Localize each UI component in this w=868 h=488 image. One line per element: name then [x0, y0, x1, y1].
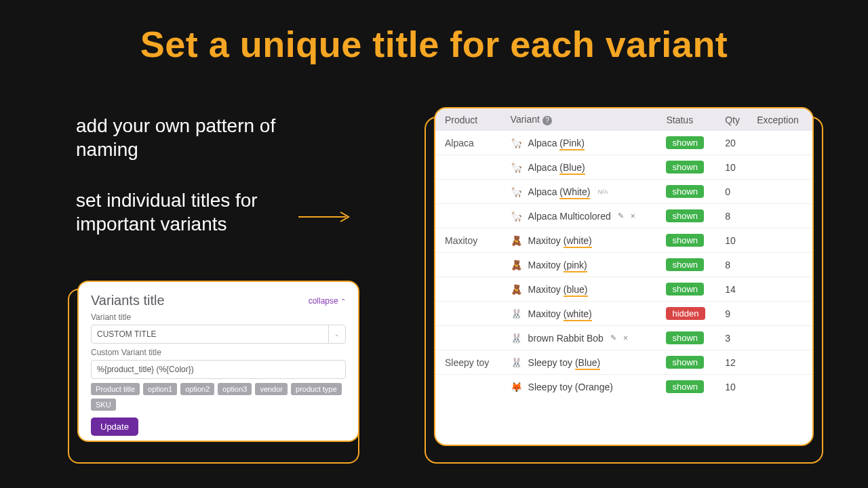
status-badge: shown	[666, 161, 704, 174]
token-tag[interactable]: product type	[291, 383, 342, 395]
variant-thumb-icon: 🦊	[511, 381, 523, 393]
table-row: 🐰brown Rabbit Bob✎×shown3	[435, 326, 812, 350]
custom-variant-input[interactable]: %{product_title} (%{Color})	[91, 360, 346, 379]
variant-title-value: CUSTOM TITLE	[97, 329, 157, 339]
status-cell: shown	[659, 350, 718, 375]
status-badge: shown	[666, 234, 704, 247]
close-icon[interactable]: ×	[631, 211, 635, 221]
na-badge: N/A	[597, 188, 608, 195]
variant-thumb-icon: 🦙	[511, 186, 523, 198]
variant-thumb-icon: 🧸	[511, 283, 523, 296]
col-variant: Variant?	[504, 108, 660, 131]
status-badge: hidden	[666, 307, 705, 320]
product-cell	[435, 253, 504, 277]
variant-cell[interactable]: 🧸Maxitoy (pink)	[504, 253, 660, 277]
table-row: 🦊Sleepy toy (Orange)shown10	[435, 375, 812, 399]
variant-title-label: Variant title	[91, 312, 346, 322]
variant-thumb-icon: 🦙	[511, 210, 523, 222]
exception-cell	[750, 131, 812, 155]
variant-cell[interactable]: 🦙Alpaca (Blue)	[504, 155, 660, 180]
table-row: 🦙Alpaca (White)N/Ashown0	[435, 180, 812, 204]
exception-cell	[750, 302, 812, 326]
collapse-toggle[interactable]: collapse ⌃	[309, 296, 346, 306]
update-button[interactable]: Update	[91, 418, 138, 436]
variant-cell[interactable]: 🐰Maxitoy (white)	[504, 302, 660, 326]
qty-cell: 20	[718, 131, 750, 155]
token-tag[interactable]: vendor	[255, 383, 288, 395]
variant-name: Alpaca (Blue)	[528, 162, 585, 173]
status-cell: shown	[659, 228, 718, 253]
exception-cell	[750, 375, 812, 399]
exception-cell	[750, 350, 812, 375]
status-badge: shown	[666, 258, 704, 271]
variant-cell[interactable]: 🦙Alpaca (Pink)	[504, 131, 660, 155]
status-cell: shown	[659, 253, 718, 277]
close-icon[interactable]: ×	[623, 333, 628, 343]
status-cell: shown	[659, 326, 718, 350]
table-row: 🦙Alpaca Multicolored✎×shown8	[435, 204, 812, 228]
table-row: 🦙Alpaca (Blue)shown10	[435, 155, 812, 180]
variant-thumb-icon: 🦙	[511, 137, 523, 149]
col-status: Status	[659, 108, 718, 131]
col-product: Product	[435, 108, 504, 131]
variant-name: Maxitoy (blue)	[528, 284, 588, 295]
token-tag[interactable]: Product title	[91, 383, 140, 395]
status-badge: shown	[666, 209, 704, 222]
qty-cell: 10	[718, 155, 750, 180]
status-cell: shown	[659, 180, 718, 204]
table-row: 🐰Maxitoy (white)hidden9	[435, 302, 812, 326]
chevron-down-icon: ⌄	[328, 325, 340, 343]
variant-cell[interactable]: 🐰Sleepy toy (Blue)	[504, 350, 660, 375]
qty-cell: 10	[718, 375, 750, 399]
exception-cell	[750, 204, 812, 228]
help-icon[interactable]: ?	[542, 116, 552, 125]
variant-cell[interactable]: 🧸Maxitoy (white)	[504, 228, 660, 253]
variant-cell[interactable]: 🦙Alpaca Multicolored✎×	[504, 204, 660, 228]
variants-title-panel: Variants title collapse ⌃ Variant title …	[77, 281, 359, 442]
chevron-up-icon: ⌃	[340, 298, 346, 305]
product-cell	[435, 277, 504, 302]
panel-title: Variants title	[91, 293, 165, 308]
variants-table-panel: Product Variant? Status Qty Exception Al…	[434, 107, 814, 446]
page-headline: Set a unique title for each variant	[0, 23, 868, 65]
status-badge: shown	[666, 136, 704, 149]
product-cell	[435, 204, 504, 228]
edit-icon[interactable]: ✎	[618, 211, 624, 220]
status-cell: shown	[659, 155, 718, 180]
variant-cell[interactable]: 🧸Maxitoy (blue)	[504, 277, 660, 302]
table-row: Maxitoy🧸Maxitoy (white)shown10	[435, 228, 812, 253]
product-cell	[435, 302, 504, 326]
status-badge: shown	[666, 331, 704, 344]
variant-name: Maxitoy (white)	[528, 235, 592, 246]
variant-cell[interactable]: 🦊Sleepy toy (Orange)	[504, 375, 660, 399]
token-tag[interactable]: option2	[180, 383, 214, 395]
variant-title-select[interactable]: CUSTOM TITLE ⌄	[91, 325, 346, 344]
variant-thumb-icon: 🧸	[511, 259, 523, 271]
variant-name: Sleepy toy (Orange)	[528, 382, 613, 392]
status-badge: shown	[666, 283, 704, 296]
product-cell	[435, 326, 504, 350]
status-cell: hidden	[659, 302, 718, 326]
product-cell: Sleepy toy	[435, 350, 504, 375]
product-cell	[435, 155, 504, 180]
col-qty: Qty	[718, 108, 750, 131]
status-badge: shown	[666, 380, 704, 393]
variant-name: Alpaca (Pink)	[528, 138, 585, 148]
token-tag[interactable]: SKU	[91, 399, 116, 411]
product-cell	[435, 180, 504, 204]
product-cell	[435, 375, 504, 399]
table-row: Alpaca🦙Alpaca (Pink)shown20	[435, 131, 812, 155]
status-badge: shown	[666, 356, 704, 369]
variant-name: Alpaca (White)	[528, 186, 591, 197]
token-tag[interactable]: option3	[218, 383, 252, 395]
exception-cell	[750, 228, 812, 253]
variants-table: Product Variant? Status Qty Exception Al…	[435, 108, 812, 399]
qty-cell: 0	[718, 180, 750, 204]
variant-name: Alpaca Multicolored	[528, 211, 611, 222]
exception-cell	[750, 277, 812, 302]
variant-name: Maxitoy (pink)	[528, 260, 587, 270]
variant-cell[interactable]: 🐰brown Rabbit Bob✎×	[504, 326, 660, 350]
token-tag[interactable]: option1	[143, 383, 177, 395]
edit-icon[interactable]: ✎	[610, 333, 616, 342]
variant-cell[interactable]: 🦙Alpaca (White)N/A	[504, 180, 660, 204]
